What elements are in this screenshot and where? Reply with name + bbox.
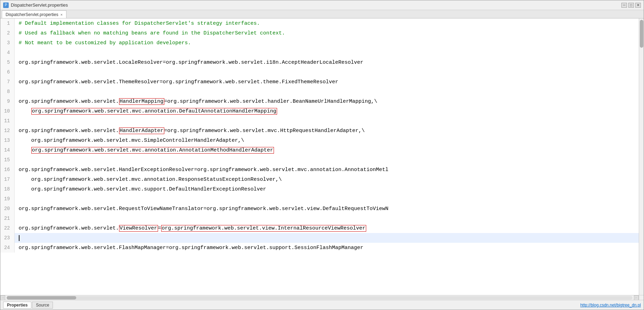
- horizontal-scrollbar[interactable]: ◀ ▶: [0, 295, 644, 300]
- line-content: org.springframework.web.servlet.mvc.Simp…: [14, 135, 639, 145]
- status-url[interactable]: http://blog.csdn.net/bigtree_dn.pl: [580, 303, 641, 308]
- table-row: 6: [0, 67, 639, 77]
- line-number: 10: [0, 106, 14, 116]
- line-number: 21: [0, 214, 14, 223]
- table-row: 12 org.springframework.web.servlet.Handl…: [0, 126, 639, 135]
- line-number: 16: [0, 165, 14, 175]
- tab-bar: DispatcherServlet.properties ×: [0, 10, 644, 18]
- line-content: [14, 87, 639, 96]
- table-row: 13 org.springframework.web.servlet.mvc.S…: [0, 135, 639, 145]
- line-content: [14, 194, 639, 204]
- table-row: 15: [0, 155, 639, 165]
- line-number: 7: [0, 77, 14, 87]
- line-content: [14, 67, 639, 77]
- line-number: 24: [0, 243, 14, 253]
- line-number: 3: [0, 38, 14, 48]
- line-number: 12: [0, 126, 14, 135]
- table-row: 2 # Used as fallback when no matching be…: [0, 28, 639, 38]
- app-icon: P: [3, 2, 9, 8]
- title-bar: P DispatcherServlet.properties ─ □ ✕: [0, 0, 644, 10]
- properties-tab[interactable]: Properties: [3, 302, 31, 309]
- table-row: 10 org.springframework.web.servlet.mvc.a…: [0, 106, 639, 116]
- minimize-button[interactable]: ─: [621, 3, 627, 8]
- table-row: 24 org.springframework.web.servlet.Flash…: [0, 243, 639, 253]
- line-content: org.springframework.web.servlet.mvc.anno…: [14, 175, 639, 184]
- file-tab-label: DispatcherServlet.properties: [6, 12, 58, 17]
- line-content: org.springframework.web.servlet.RequestT…: [14, 204, 639, 214]
- table-row: 16 org.springframework.web.servlet.Handl…: [0, 165, 639, 175]
- line-content: org.springframework.web.servlet.mvc.supp…: [14, 184, 639, 194]
- line-content: [14, 48, 639, 57]
- table-row: 17 org.springframework.web.servlet.mvc.a…: [0, 175, 639, 184]
- main-window: P DispatcherServlet.properties ─ □ ✕ Dis…: [0, 0, 644, 310]
- line-number: 4: [0, 48, 14, 57]
- line-number: 5: [0, 57, 14, 67]
- line-content: # Default implementation classes for Dis…: [14, 18, 639, 28]
- table-row: 18 org.springframework.web.servlet.mvc.s…: [0, 184, 639, 194]
- line-number: 13: [0, 135, 14, 145]
- line-number: 14: [0, 145, 14, 155]
- scroll-left-button[interactable]: ◀: [0, 295, 5, 300]
- code-table: 1 # Default implementation classes for D…: [0, 18, 639, 253]
- line-number: 8: [0, 87, 14, 96]
- file-tab[interactable]: DispatcherServlet.properties ×: [2, 10, 66, 18]
- line-number: 22: [0, 223, 14, 233]
- table-row: 21: [0, 214, 639, 223]
- line-content: [14, 233, 639, 243]
- table-row: 22 org.springframework.web.servlet.ViewR…: [0, 223, 639, 233]
- line-content: org.springframework.web.servlet.HandlerA…: [14, 126, 639, 135]
- line-content: org.springframework.web.servlet.HandlerM…: [14, 96, 639, 106]
- line-content: org.springframework.web.servlet.ThemeRes…: [14, 77, 639, 87]
- scroll-right-button[interactable]: ▶: [634, 295, 639, 300]
- line-number: 1: [0, 18, 14, 28]
- table-row: 11: [0, 116, 639, 126]
- line-number: 17: [0, 175, 14, 184]
- bottom-tabs: Properties Source: [3, 302, 53, 309]
- line-number: 11: [0, 116, 14, 126]
- bottom-bar: Properties Source http://blog.csdn.net/b…: [0, 300, 644, 310]
- scrollbar-thumb-h[interactable]: [7, 296, 76, 300]
- line-content: # Used as fallback when no matching bean…: [14, 28, 639, 38]
- line-content: org.springframework.web.servlet.mvc.anno…: [14, 106, 639, 116]
- table-row: 14 org.springframework.web.servlet.mvc.a…: [0, 145, 639, 155]
- table-row: 4: [0, 48, 639, 57]
- table-row: 3 # Not meant to be customized by applic…: [0, 38, 639, 48]
- line-content: org.springframework.web.servlet.mvc.anno…: [14, 145, 639, 155]
- tab-close-button[interactable]: ×: [60, 13, 62, 17]
- table-row: 23: [0, 233, 639, 243]
- line-content: org.springframework.web.servlet.LocaleRe…: [14, 57, 639, 67]
- line-number: 19: [0, 194, 14, 204]
- resize-corner: [639, 295, 644, 300]
- line-number: 18: [0, 184, 14, 194]
- line-number: 15: [0, 155, 14, 165]
- line-number: 23: [0, 233, 14, 243]
- line-number: 6: [0, 67, 14, 77]
- maximize-button[interactable]: □: [628, 3, 634, 8]
- line-number: 9: [0, 96, 14, 106]
- line-content: org.springframework.web.servlet.ViewReso…: [14, 223, 639, 233]
- line-content: org.springframework.web.servlet.HandlerE…: [14, 165, 639, 175]
- scrollbar-thumb[interactable]: [640, 20, 643, 48]
- vertical-scrollbar[interactable]: [639, 18, 644, 295]
- table-row: 19: [0, 194, 639, 204]
- table-row: 20 org.springframework.web.servlet.Reque…: [0, 204, 639, 214]
- line-content: [14, 155, 639, 165]
- line-content: [14, 214, 639, 223]
- line-content: # Not meant to be customized by applicat…: [14, 38, 639, 48]
- editor-area: 1 # Default implementation classes for D…: [0, 18, 644, 295]
- line-number: 2: [0, 28, 14, 38]
- window-title: DispatcherServlet.properties: [11, 2, 68, 8]
- table-row: 8: [0, 87, 639, 96]
- table-row: 7 org.springframework.web.servlet.ThemeR…: [0, 77, 639, 87]
- line-content: org.springframework.web.servlet.FlashMap…: [14, 243, 639, 253]
- close-button[interactable]: ✕: [635, 3, 641, 8]
- source-tab[interactable]: Source: [32, 302, 53, 309]
- table-row: 1 # Default implementation classes for D…: [0, 18, 639, 28]
- table-row: 9 org.springframework.web.servlet.Handle…: [0, 96, 639, 106]
- scrollbar-track[interactable]: [7, 296, 633, 300]
- line-content: [14, 116, 639, 126]
- table-row: 5 org.springframework.web.servlet.Locale…: [0, 57, 639, 67]
- code-content: 1 # Default implementation classes for D…: [0, 18, 639, 295]
- line-number: 20: [0, 204, 14, 214]
